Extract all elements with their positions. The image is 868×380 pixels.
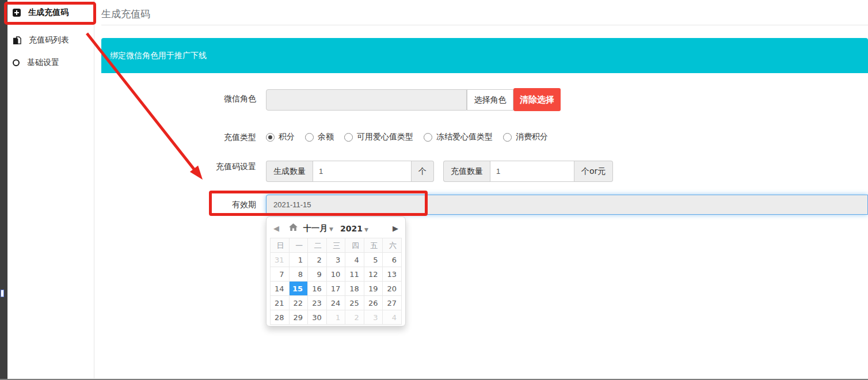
calendar-day[interactable]: 30 xyxy=(308,310,327,325)
calendar-day[interactable]: 13 xyxy=(383,267,402,282)
next-month-icon[interactable]: ▶ xyxy=(393,224,398,233)
recharge-type-options: 积分余额可用爱心值类型冻结爱心值类型消费积分 xyxy=(266,129,548,145)
clear-selection-button[interactable]: 清除选择 xyxy=(513,88,561,111)
copy-icon xyxy=(13,36,21,45)
calendar-day[interactable]: 1 xyxy=(290,253,309,267)
calendar-day[interactable]: 2 xyxy=(345,310,364,325)
calendar-day-header: 六 xyxy=(383,238,402,253)
calendar-day[interactable]: 8 xyxy=(290,267,309,282)
chevron-down-icon: ▼ xyxy=(329,226,333,232)
year-label: 2021 xyxy=(340,224,363,233)
radio-option[interactable]: 积分 xyxy=(266,132,295,142)
radio-label: 可用爱心值类型 xyxy=(357,132,413,142)
home-icon[interactable] xyxy=(289,223,298,231)
recharge-type-label: 充值类型 xyxy=(187,132,256,143)
chevron-down-icon: ▼ xyxy=(364,227,368,233)
title-divider xyxy=(101,25,868,25)
sidebar-item-generate-code[interactable]: 生成充值码 xyxy=(13,3,93,22)
wechat-role-label: 微信角色 xyxy=(187,94,256,104)
sidebar-item-label: 生成充值码 xyxy=(28,7,68,18)
month-select[interactable]: 十一月 ▼ xyxy=(303,223,333,234)
calendar-day[interactable]: 19 xyxy=(364,282,383,296)
calendar-day[interactable]: 12 xyxy=(364,267,383,282)
sidebar: 生成充值码 充值码列表 基础设置 xyxy=(7,0,94,378)
calendar-day[interactable]: 14 xyxy=(271,282,290,296)
calendar-day[interactable]: 1 xyxy=(327,310,346,325)
calendar-day[interactable]: 31 xyxy=(271,253,290,267)
year-select[interactable]: 2021 ▼ xyxy=(340,224,368,233)
recharge-quantity-input[interactable] xyxy=(490,161,574,182)
calendar-day-header: 一 xyxy=(290,238,309,253)
radio-icon[interactable] xyxy=(503,133,512,142)
calendar-day-header: 日 xyxy=(271,238,290,253)
datepicker-header: ◀ 十一月 ▼ 2021 ▼ ▶ xyxy=(270,221,402,236)
calendar-day[interactable]: 4 xyxy=(345,253,364,267)
sidebar-item-label: 基础设置 xyxy=(27,58,59,68)
radio-label: 余额 xyxy=(318,132,334,142)
calendar-day[interactable]: 11 xyxy=(345,267,364,282)
recharge-quantity-suffix: 个or元 xyxy=(574,161,613,182)
generate-quantity-input[interactable] xyxy=(313,161,412,182)
calendar-day[interactable]: 24 xyxy=(327,296,346,310)
calendar-day[interactable]: 28 xyxy=(271,310,290,325)
calendar-grid: 日一二三四五六311234567891011121314151617181920… xyxy=(270,238,402,325)
select-role-button[interactable]: 选择角色 xyxy=(467,89,513,111)
calendar-day[interactable]: 7 xyxy=(271,267,290,282)
calendar-day[interactable]: 25 xyxy=(345,296,364,310)
radio-option[interactable]: 可用爱心值类型 xyxy=(344,132,413,142)
generate-quantity-suffix: 个 xyxy=(412,161,434,182)
month-year-selectors: 十一月 ▼ 2021 ▼ xyxy=(303,223,368,234)
calendar-day[interactable]: 10 xyxy=(327,267,346,282)
validity-date-input[interactable] xyxy=(266,195,868,215)
calendar-day[interactable]: 3 xyxy=(364,310,383,325)
calendar-day-selected[interactable]: 15 xyxy=(290,282,309,296)
edge-marker-icon xyxy=(1,290,4,297)
plus-square-icon xyxy=(13,9,21,17)
calendar-day[interactable]: 29 xyxy=(290,310,309,325)
sidebar-item-code-list[interactable]: 充值码列表 xyxy=(13,31,93,50)
panel-banner: 绑定微信角色用于推广下线 xyxy=(101,38,868,73)
radio-icon[interactable] xyxy=(305,133,314,142)
recharge-quantity-group: 充值数量 个or元 xyxy=(443,161,611,182)
radio-selected-icon[interactable] xyxy=(266,133,275,142)
app-window: 生成充值码 充值码列表 基础设置 生成充值码 绑定微信角色用于推广下线 微信角色… xyxy=(0,0,868,380)
calendar-day[interactable]: 21 xyxy=(271,296,290,310)
calendar-day[interactable]: 22 xyxy=(290,296,309,310)
sidebar-item-label: 充值码列表 xyxy=(29,35,69,45)
calendar-day[interactable]: 27 xyxy=(383,296,402,310)
code-settings-label: 充值码设置 xyxy=(187,162,256,172)
window-edge-strip xyxy=(0,0,7,380)
circle-icon xyxy=(13,59,20,66)
radio-icon[interactable] xyxy=(344,133,353,142)
datepicker-popup: ◀ 十一月 ▼ 2021 ▼ ▶ 日一二三四五六3112345678910111… xyxy=(266,216,406,326)
radio-label: 冻结爱心值类型 xyxy=(436,132,493,142)
calendar-day[interactable]: 6 xyxy=(383,253,402,267)
radio-option[interactable]: 冻结爱心值类型 xyxy=(424,132,493,142)
calendar-day[interactable]: 4 xyxy=(383,310,402,325)
wechat-role-input[interactable] xyxy=(266,89,467,111)
sidebar-divider xyxy=(94,0,94,378)
calendar-day-header: 五 xyxy=(364,238,383,253)
radio-label: 积分 xyxy=(279,132,295,142)
calendar-day[interactable]: 18 xyxy=(345,282,364,296)
radio-icon[interactable] xyxy=(424,133,432,142)
calendar-day[interactable]: 2 xyxy=(308,253,327,267)
calendar-day-header: 四 xyxy=(345,238,364,253)
radio-label: 消费积分 xyxy=(516,132,548,142)
generate-quantity-prefix: 生成数量 xyxy=(266,161,313,182)
sidebar-item-basic-settings[interactable]: 基础设置 xyxy=(13,54,93,72)
calendar-day[interactable]: 20 xyxy=(383,282,402,296)
calendar-day[interactable]: 17 xyxy=(327,282,346,296)
radio-option[interactable]: 余额 xyxy=(305,132,334,142)
calendar-day[interactable]: 26 xyxy=(364,296,383,310)
calendar-day[interactable]: 3 xyxy=(327,253,346,267)
prev-month-icon[interactable]: ◀ xyxy=(273,224,279,233)
calendar-day[interactable]: 23 xyxy=(308,296,327,310)
page-title: 生成充值码 xyxy=(101,7,150,21)
calendar-day[interactable]: 16 xyxy=(308,282,327,296)
radio-option[interactable]: 消费积分 xyxy=(503,132,548,142)
generate-quantity-group: 生成数量 个 xyxy=(266,161,437,182)
calendar-day[interactable]: 5 xyxy=(364,253,383,267)
calendar-day[interactable]: 9 xyxy=(308,267,327,282)
calendar-day-header: 三 xyxy=(327,238,346,253)
